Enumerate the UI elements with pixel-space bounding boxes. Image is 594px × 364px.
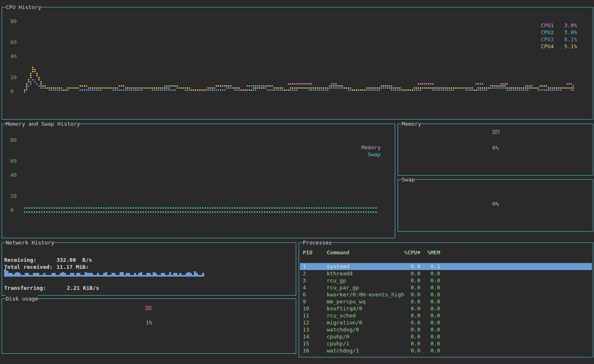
- process-row[interactable]: 14cpuhp/00.00.0: [300, 333, 592, 340]
- process-pid: 14: [303, 333, 309, 340]
- process-cpu: 0.0: [398, 319, 420, 326]
- swap-percent: 0%: [398, 200, 593, 207]
- process-mem: 0.0: [423, 270, 440, 277]
- process-cpu: 0.0: [398, 298, 420, 305]
- cpu-legend-value: 3.0%: [564, 22, 577, 29]
- process-command: migration/0: [327, 319, 362, 326]
- process-command: kthreadd: [327, 270, 353, 277]
- network-history-panel: Network History Receiving: 332.00 B/s To…: [2, 242, 296, 296]
- process-pid: 2: [303, 270, 306, 277]
- process-cpu: 0.0: [398, 291, 420, 298]
- process-command: rcu_gp: [327, 277, 346, 284]
- y-axis-tick: 40: [10, 53, 17, 60]
- process-mem: 0.0: [423, 277, 440, 284]
- process-command: cpuhp/1: [327, 340, 349, 347]
- memory-percent: 6%: [398, 144, 593, 151]
- process-row[interactable]: 11rcu_sched0.00.0: [300, 312, 592, 319]
- process-row[interactable]: 16watchdog/10.00.0: [300, 347, 592, 354]
- process-cpu: 0.0: [398, 333, 420, 340]
- memory-braille-gauge: [493, 130, 501, 136]
- process-row[interactable]: 13watchdog/00.00.0: [300, 326, 592, 333]
- cpu-history-chart: [2, 7, 592, 118]
- process-mem: 0.1: [423, 263, 440, 270]
- process-mem: 0.0: [423, 333, 440, 340]
- cpu-legend-entry: CPU38.1%: [541, 36, 577, 43]
- column-header-pid: PID: [303, 249, 312, 256]
- process-mem: 0.0: [423, 312, 440, 319]
- process-command: rcu_sched: [327, 312, 356, 319]
- memory-swap-legend-entry: Swap: [368, 151, 381, 158]
- process-command: watchdog/0: [327, 326, 359, 333]
- cpu-history-panel: CPU History 806040200CPU13.0%CPU23.0%CPU…: [2, 7, 593, 120]
- process-pid: 16: [303, 347, 309, 354]
- process-table-header: PID Command %CPU▼ %MEM: [300, 249, 592, 256]
- swap-gauge-panel: Swap 0%: [398, 179, 593, 232]
- process-command: kworker/0:0H-events_high: [327, 291, 404, 298]
- process-row[interactable]: 1systemd0.00.1: [300, 263, 592, 270]
- process-command: systemd: [327, 263, 349, 270]
- y-axis-tick: 0: [10, 207, 14, 214]
- panel-title-network: Network History: [6, 239, 54, 246]
- disk-percent: 1%: [2, 319, 296, 326]
- process-mem: 0.0: [423, 291, 440, 298]
- memory-swap-history-chart: [2, 124, 394, 237]
- process-pid: 11: [303, 312, 309, 319]
- process-pid: 6: [303, 291, 306, 298]
- y-axis-tick: 40: [10, 171, 17, 178]
- process-command: ksoftirqd/0: [327, 305, 362, 312]
- process-row[interactable]: 15cpuhp/10.00.0: [300, 340, 592, 347]
- panel-title-processes: Processes: [303, 239, 332, 246]
- panel-title-cpu-history: CPU History: [6, 4, 41, 11]
- cpu-legend-entry: CPU23.0%: [541, 29, 577, 36]
- process-command: rcu_par_gp: [327, 284, 359, 291]
- process-mem: 0.0: [423, 319, 440, 326]
- process-pid: 9: [303, 298, 306, 305]
- process-cpu: 0.0: [398, 270, 420, 277]
- process-pid: 3: [303, 277, 306, 284]
- y-axis-tick: 60: [10, 39, 17, 46]
- legend-name: Memory: [361, 144, 381, 151]
- cpu-legend-value: 3.0%: [564, 29, 577, 36]
- process-cpu: 0.0: [398, 312, 420, 319]
- process-cpu: 0.0: [398, 305, 420, 312]
- process-mem: 0.0: [423, 298, 440, 305]
- process-command: cpuhp/0: [327, 333, 349, 340]
- legend-name: Swap: [368, 151, 381, 158]
- process-row[interactable]: 2kthreadd0.00.0: [300, 270, 592, 277]
- process-row[interactable]: 12migration/00.00.0: [300, 319, 592, 326]
- process-cpu: 0.0: [398, 277, 420, 284]
- cpu-legend-entry: CPU45.1%: [541, 43, 577, 50]
- memory-gauge-panel: Memory 6%: [398, 124, 593, 176]
- disk-usage-panel: Disk usage 1%: [2, 298, 296, 354]
- cpu-legend-entry: CPU13.0%: [541, 22, 577, 29]
- process-pid: 1: [303, 263, 306, 270]
- y-axis-tick: 20: [10, 193, 17, 200]
- process-row[interactable]: 3rcu_gp0.00.0: [300, 277, 592, 284]
- disk-braille-gauge: [146, 306, 152, 312]
- memory-swap-legend-entry: Memory: [361, 144, 381, 151]
- process-row[interactable]: 9mm_percpu_wq0.00.0: [300, 298, 592, 305]
- process-row[interactable]: 10ksoftirqd/00.00.0: [300, 305, 592, 312]
- process-row[interactable]: 6kworker/0:0H-events_high0.00.0: [300, 291, 592, 298]
- process-row[interactable]: 4rcu_par_gp0.00.0: [300, 284, 592, 291]
- process-cpu: 0.0: [398, 340, 420, 347]
- processes-panel: Processes PID Command %CPU▼ %MEM 1system…: [299, 242, 593, 357]
- transferring-value: 2.21 KiB/s: [67, 284, 99, 291]
- cpu-legend-name: CPU4: [541, 43, 554, 50]
- y-axis-tick: 60: [10, 157, 17, 164]
- process-mem: 0.0: [423, 284, 440, 291]
- process-cpu: 0.0: [398, 284, 420, 291]
- memory-swap-history-panel: Memory and Swap History 806040200MemoryS…: [2, 124, 395, 238]
- column-header-cpu-sort: %CPU▼: [398, 249, 420, 256]
- receiving-label: Receiving:: [4, 256, 36, 263]
- cpu-legend-name: CPU1: [541, 22, 554, 29]
- process-cpu: 0.0: [398, 263, 420, 270]
- process-mem: 0.0: [423, 326, 440, 333]
- process-mem: 0.0: [423, 347, 440, 354]
- process-cpu: 0.0: [398, 326, 420, 333]
- panel-title-memory: Memory: [402, 120, 421, 127]
- process-pid: 13: [303, 326, 309, 333]
- y-axis-tick: 80: [10, 136, 17, 143]
- cpu-legend-name: CPU2: [541, 29, 554, 36]
- process-command: mm_percpu_wq: [327, 298, 365, 305]
